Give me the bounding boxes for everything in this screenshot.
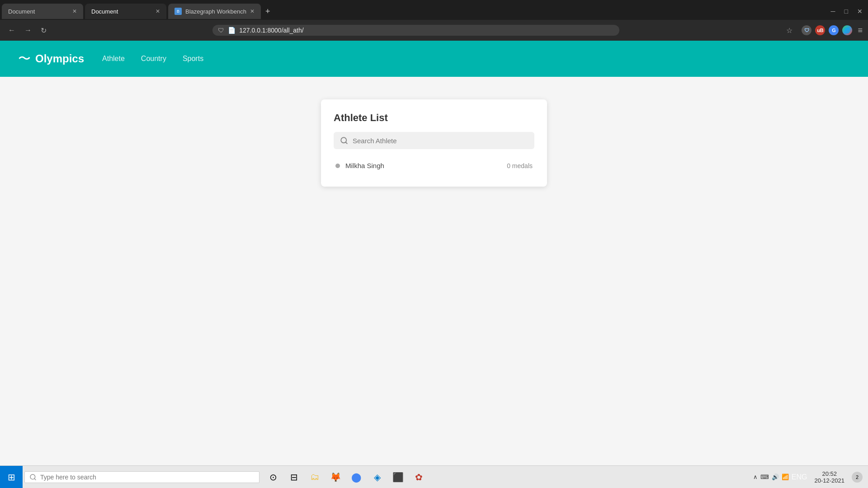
tab-2-close[interactable]: ✕: [156, 8, 160, 14]
back-button[interactable]: ←: [5, 24, 18, 36]
terminal-button[interactable]: ⬛: [388, 467, 408, 487]
bookmark-icon[interactable]: ☆: [786, 26, 793, 35]
nav-country[interactable]: Country: [141, 55, 166, 63]
tab-2[interactable]: Document ✕: [85, 4, 166, 19]
athlete-left: Milkha Singh: [335, 162, 384, 169]
nav-athlete[interactable]: Athlete: [102, 55, 125, 63]
address-bar[interactable]: 🛡 📄 127.0.0.1:8000/all_ath/: [212, 25, 619, 36]
shield-extension-icon[interactable]: 🛡: [802, 25, 811, 35]
athlete-card: Athlete List Milkha Singh 0 medals: [321, 99, 547, 187]
file-explorer-button[interactable]: 🗂: [305, 467, 325, 487]
nav-links: Athlete Country Sports: [102, 55, 203, 63]
tray-lang: ENG: [792, 473, 807, 481]
athlete-status-dot: [335, 164, 340, 168]
forward-button[interactable]: →: [22, 24, 34, 36]
taskbar-search-input[interactable]: [40, 474, 255, 481]
browser-extensions: 🛡 uB G 🌐 ≡: [802, 25, 863, 35]
taskbar: ⊞ ⊙ ⊟ 🗂 🦊 ⬤ ◈ ⬛ ✿ ∧ ⌨ 🔊 📶 ENG 20:52 20-1…: [0, 465, 868, 488]
taskbar-icons: ⊙ ⊟ 🗂 🦊 ⬤ ◈ ⬛ ✿: [259, 467, 432, 487]
athlete-name[interactable]: Milkha Singh: [345, 162, 384, 169]
maximize-button[interactable]: □: [844, 8, 848, 15]
taskbar-search-box[interactable]: [24, 471, 259, 483]
logo-icon: 〜: [18, 50, 31, 67]
browser-chrome: Document ✕ Document ✕ B Blazegraph Workb…: [0, 0, 868, 41]
chrome-button[interactable]: ⬤: [346, 467, 366, 487]
navbar: 〜 Olympics Athlete Country Sports: [0, 41, 868, 77]
search-bar: [334, 132, 534, 149]
minimize-button[interactable]: ─: [831, 8, 835, 15]
notification-badge[interactable]: 2: [852, 472, 863, 483]
clock-time: 20:52: [822, 470, 837, 477]
tab-3-close[interactable]: ✕: [250, 8, 255, 14]
app5-button[interactable]: ✿: [409, 467, 429, 487]
athlete-medals: 0 medals: [507, 162, 533, 169]
table-row: Milkha Singh 0 medals: [334, 157, 534, 174]
clock-area[interactable]: 20:52 20-12-2021: [811, 470, 849, 484]
tray-keyboard[interactable]: ⌨: [760, 474, 769, 480]
task-view-button[interactable]: ⊙: [263, 467, 283, 487]
widgets-button[interactable]: ⊟: [284, 467, 304, 487]
tab-3-label: Blazegraph Workbench: [185, 8, 246, 15]
close-button[interactable]: ✕: [857, 8, 863, 15]
extensions-menu-icon[interactable]: ≡: [858, 26, 863, 35]
taskbar-search-icon: [29, 474, 37, 481]
svg-line-3: [34, 479, 36, 480]
vscode-button[interactable]: ◈: [367, 467, 387, 487]
security-icon: 🛡: [218, 27, 224, 34]
g-extension-icon[interactable]: G: [829, 25, 839, 35]
windows-icon: ⊞: [8, 472, 15, 483]
nav-sports[interactable]: Sports: [183, 55, 203, 63]
tray-speaker[interactable]: 🔊: [772, 474, 779, 480]
new-tab-button[interactable]: +: [261, 4, 275, 19]
page-icon: 📄: [228, 27, 236, 34]
logo-area: 〜 Olympics: [18, 50, 84, 67]
tray-arrow[interactable]: ∧: [753, 474, 758, 480]
address-text: 127.0.0.1:8000/all_ath/: [239, 27, 614, 34]
ub-extension-icon[interactable]: uB: [815, 25, 825, 35]
search-input[interactable]: [353, 137, 528, 145]
main-content: Athlete List Milkha Singh 0 medals: [0, 77, 868, 465]
firefox-button[interactable]: 🦊: [326, 467, 345, 487]
taskbar-right: ∧ ⌨ 🔊 📶 ENG 20:52 20-12-2021 2: [753, 470, 868, 484]
tab-bar: Document ✕ Document ✕ B Blazegraph Workb…: [0, 0, 868, 20]
notification-count: 2: [856, 474, 859, 480]
logo-text: Olympics: [35, 52, 84, 65]
reload-button[interactable]: ↻: [38, 24, 49, 37]
tab-3[interactable]: B Blazegraph Workbench ✕: [168, 4, 261, 19]
tab-1[interactable]: Document ✕: [2, 4, 83, 19]
search-icon: [340, 136, 348, 145]
blazegraph-tab-icon: B: [175, 8, 182, 15]
card-title: Athlete List: [334, 112, 534, 124]
tray-wifi[interactable]: 📶: [782, 474, 789, 480]
svg-line-1: [345, 142, 347, 143]
window-controls: ─ □ ✕: [826, 8, 868, 15]
tab-1-label: Document: [8, 8, 35, 15]
tab-1-close[interactable]: ✕: [72, 8, 77, 14]
sys-tray: ∧ ⌨ 🔊 📶 ENG: [753, 473, 807, 481]
address-bar-row: ← → ↻ 🛡 📄 127.0.0.1:8000/all_ath/ ☆ 🛡 uB…: [0, 20, 868, 41]
tab-2-label: Document: [91, 8, 118, 15]
globe-extension-icon[interactable]: 🌐: [842, 25, 852, 35]
clock-date: 20-12-2021: [815, 477, 845, 484]
windows-start-button[interactable]: ⊞: [0, 466, 23, 488]
